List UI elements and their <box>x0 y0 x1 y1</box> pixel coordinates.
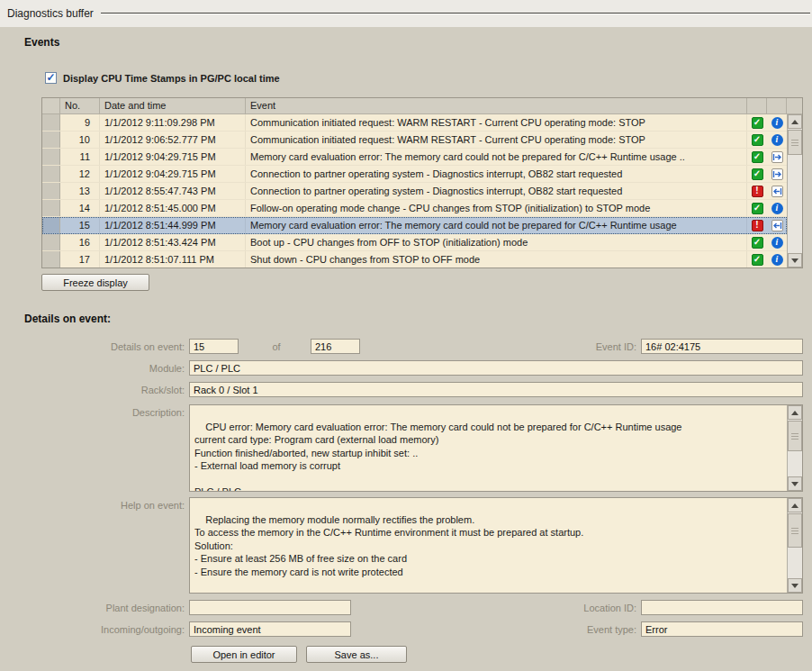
column-header-selector <box>42 98 60 113</box>
events-scrollbar[interactable] <box>787 114 802 267</box>
scroll-up-button[interactable] <box>788 498 802 512</box>
table-row[interactable]: 16 1/1/2012 8:51:43.424 PM Boot up - CPU… <box>42 234 787 251</box>
status-icon: ✓ <box>747 131 767 148</box>
event-date: 1/1/2012 9:11:09.298 PM <box>100 114 246 131</box>
row-selector[interactable] <box>42 149 60 165</box>
row-selector[interactable] <box>42 183 60 199</box>
green-check-icon: ✓ <box>752 168 763 180</box>
scrollbar-thumb[interactable] <box>788 421 802 451</box>
direction-icon: i <box>767 131 787 148</box>
event-no: 12 <box>60 166 100 182</box>
timestamp-checkbox-row: Display CPU Time Stamps in PG/PC local t… <box>45 72 280 84</box>
save-as-button[interactable]: Save as... <box>306 646 407 663</box>
event-text: Memory card evaluation error: The memory… <box>246 149 747 165</box>
status-icon: ✓ <box>747 114 767 131</box>
table-row[interactable]: 15 1/1/2012 8:51:44.999 PM Memory card e… <box>42 217 787 234</box>
panel-title: Diagnostics buffer <box>7 7 94 20</box>
table-row[interactable]: 13 1/1/2012 8:55:47.743 PM Connection to… <box>42 183 787 200</box>
event-text: Communication initiated request: WARM RE… <box>246 114 747 131</box>
event-type-field[interactable] <box>641 621 803 637</box>
scroll-down-button[interactable] <box>788 578 802 593</box>
table-row[interactable]: 12 1/1/2012 9:04:29.715 PM Connection to… <box>42 166 787 183</box>
panel-header: Diagnostics buffer <box>0 0 812 27</box>
help-textarea[interactable]: Replacing the memory module normally rec… <box>189 497 803 594</box>
direction-icon <box>767 183 787 199</box>
error-icon: ! <box>752 220 763 231</box>
event-date: 1/1/2012 9:04:29.715 PM <box>100 149 246 165</box>
help-text: Replacing the memory module normally rec… <box>194 514 583 577</box>
table-row[interactable]: 17 1/1/2012 8:51:07.111 PM Shut down - C… <box>42 251 787 267</box>
event-text: Memory card evaluation error: The memory… <box>246 217 747 233</box>
incoming-event-icon <box>771 186 783 197</box>
green-check-icon: ✓ <box>752 237 763 249</box>
event-no: 9 <box>60 114 100 131</box>
event-text: Shut down - CPU changes from STOP to OFF… <box>246 251 747 267</box>
direction-icon: i <box>767 234 787 250</box>
event-no: 10 <box>60 131 100 148</box>
row-selector[interactable] <box>42 234 60 250</box>
table-row[interactable]: 14 1/1/2012 8:51:45.000 PM Follow-on ope… <box>42 200 787 217</box>
scroll-down-button[interactable] <box>788 253 802 267</box>
column-header-date[interactable]: Date and time <box>100 98 246 113</box>
event-date: 1/1/2012 8:55:47.743 PM <box>100 183 246 199</box>
timestamp-checkbox[interactable] <box>45 72 57 84</box>
location-id-field[interactable] <box>641 600 803 615</box>
details-index-label: Details on event: <box>18 340 185 355</box>
module-field[interactable] <box>189 360 803 376</box>
row-selector[interactable] <box>42 114 60 131</box>
event-type-label: Event type: <box>504 622 636 638</box>
arrow-up-icon <box>791 120 798 124</box>
arrow-down-icon <box>791 584 798 588</box>
details-total-field[interactable] <box>311 339 360 354</box>
description-textarea[interactable]: CPU error: Memory card evaluation error:… <box>189 404 803 492</box>
description-scrollbar[interactable] <box>787 405 802 491</box>
open-in-editor-button[interactable]: Open in editor <box>191 646 297 663</box>
scrollbar-thumb[interactable] <box>788 130 802 155</box>
row-selector[interactable] <box>42 131 60 148</box>
row-selector[interactable] <box>42 217 60 233</box>
event-no: 13 <box>60 183 100 199</box>
details-index-field[interactable] <box>189 339 239 354</box>
column-header-event[interactable]: Event <box>246 98 747 113</box>
table-row[interactable]: 9 1/1/2012 9:11:09.298 PM Communication … <box>42 114 787 131</box>
event-date: 1/1/2012 8:51:44.999 PM <box>100 217 246 233</box>
plant-designation-field[interactable] <box>189 600 351 615</box>
table-row[interactable]: 11 1/1/2012 9:04:29.715 PM Memory card e… <box>42 149 787 166</box>
scroll-up-button[interactable] <box>788 114 802 129</box>
description-text: CPU error: Memory card evaluation error:… <box>194 422 682 493</box>
row-selector[interactable] <box>42 251 60 267</box>
row-selector[interactable] <box>42 200 60 216</box>
event-no: 11 <box>60 149 100 165</box>
event-id-field[interactable] <box>641 339 803 354</box>
freeze-display-button[interactable]: Freeze display <box>41 274 149 291</box>
green-check-icon: ✓ <box>752 254 763 266</box>
arrow-down-icon <box>791 482 798 486</box>
module-label: Module: <box>18 361 185 376</box>
direction-icon <box>767 166 787 182</box>
events-table-header: No. Date and time Event <box>42 98 802 114</box>
status-icon: ✓ <box>747 251 767 267</box>
event-date: 1/1/2012 8:51:45.000 PM <box>100 200 246 216</box>
events-table-body: 9 1/1/2012 9:11:09.298 PM Communication … <box>42 114 787 267</box>
event-text: Follow-on operating mode change - CPU ch… <box>246 200 747 216</box>
column-header-no[interactable]: No. <box>60 98 100 113</box>
direction-icon <box>767 149 787 165</box>
outgoing-event-icon <box>771 151 783 163</box>
scroll-up-button[interactable] <box>788 405 802 420</box>
event-date: 1/1/2012 9:04:29.715 PM <box>100 166 246 182</box>
status-icon: ! <box>747 183 767 199</box>
help-scrollbar[interactable] <box>787 498 802 593</box>
row-selector[interactable] <box>42 166 60 182</box>
event-date: 1/1/2012 8:51:43.424 PM <box>100 234 246 250</box>
event-no: 14 <box>60 200 100 216</box>
incoming-outgoing-field[interactable] <box>189 621 351 637</box>
scrollbar-thumb[interactable] <box>788 513 802 548</box>
scroll-down-button[interactable] <box>788 476 802 491</box>
description-label: Description: <box>18 405 185 421</box>
location-id-label: Location ID: <box>504 601 636 616</box>
rack-slot-field[interactable] <box>189 382 803 397</box>
event-text: Communication initiated request: WARM RE… <box>246 131 747 148</box>
event-text: Connection to partner operating system -… <box>246 183 747 199</box>
column-header-direction <box>767 98 787 113</box>
table-row[interactable]: 10 1/1/2012 9:06:52.777 PM Communication… <box>42 131 787 149</box>
